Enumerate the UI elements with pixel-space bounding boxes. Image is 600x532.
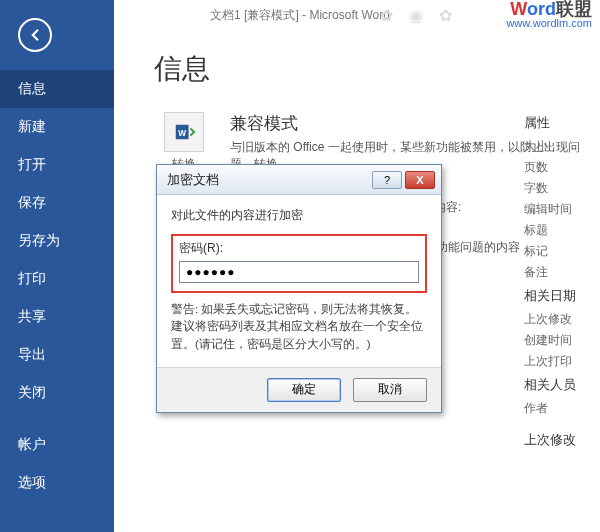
prop-printed: 上次打印 — [524, 353, 596, 370]
prop-size: 大小 — [524, 138, 596, 155]
prop-title: 标题 — [524, 222, 596, 239]
prop-modified: 上次修改 — [524, 311, 596, 328]
decor-icon: ✿ — [380, 6, 393, 25]
sidebar-item-close[interactable]: 关闭 — [0, 374, 114, 412]
watermark-brand: Word联盟 www.wordlm.com — [506, 2, 592, 30]
sidebar-item-share[interactable]: 共享 — [0, 298, 114, 336]
ok-button[interactable]: 确定 — [267, 378, 341, 402]
prop-author: 作者 — [524, 400, 596, 417]
prop-edit-time: 编辑时间 — [524, 201, 596, 218]
prop-created: 创建时间 — [524, 332, 596, 349]
sidebar-item-account[interactable]: 帐户 — [0, 426, 114, 464]
sidebar-item-options[interactable]: 选项 — [0, 464, 114, 502]
prop-words: 字数 — [524, 180, 596, 197]
sidebar-item-label: 导出 — [18, 346, 46, 362]
sidebar-item-label: 帐户 — [18, 436, 46, 452]
prop-pages: 页数 — [524, 159, 596, 176]
back-button[interactable] — [18, 18, 52, 52]
dialog-instruction: 对此文件的内容进行加密 — [171, 207, 427, 224]
dialog-close-button[interactable]: X — [405, 171, 435, 189]
page-title: 信息 — [154, 50, 590, 88]
prop-comments: 备注 — [524, 264, 596, 281]
prop-tags: 标记 — [524, 243, 596, 260]
arrow-left-icon — [26, 26, 44, 44]
brand-word: Word联盟 — [506, 2, 592, 16]
sidebar-item-new[interactable]: 新建 — [0, 108, 114, 146]
sidebar-item-saveas[interactable]: 另存为 — [0, 222, 114, 260]
password-highlight-box: 密码(R): — [171, 234, 427, 293]
sidebar-item-label: 打印 — [18, 270, 46, 286]
sidebar-item-save[interactable]: 保存 — [0, 184, 114, 222]
sidebar-separator — [0, 412, 114, 426]
props-group-title[interactable]: 属性 — [524, 114, 596, 132]
dialog-help-button[interactable]: ? — [372, 171, 402, 189]
sidebar-item-open[interactable]: 打开 — [0, 146, 114, 184]
password-label: 密码(R): — [179, 240, 419, 257]
dialog-actions: 确定 取消 — [157, 367, 441, 412]
dialog-titlebar[interactable]: 加密文档 ? X — [157, 165, 441, 195]
cancel-button[interactable]: 取消 — [353, 378, 427, 402]
backstage-sidebar: 信息 新建 打开 保存 另存为 打印 共享 导出 关闭 帐户 选项 — [0, 0, 114, 532]
sidebar-item-print[interactable]: 打印 — [0, 260, 114, 298]
dialog-body: 对此文件的内容进行加密 密码(R): 警告: 如果丢失或忘记密码，则无法将其恢复… — [157, 195, 441, 367]
dialog-warning: 警告: 如果丢失或忘记密码，则无法将其恢复。建议将密码列表及其相应文档名放在一个… — [171, 301, 427, 353]
password-input[interactable] — [179, 261, 419, 283]
decor-icon: ◉ — [409, 6, 423, 25]
decor-icon: ✿ — [439, 6, 452, 25]
props-group-lastmod: 上次修改 — [524, 431, 596, 449]
sidebar-item-label: 新建 — [18, 118, 46, 134]
sidebar-item-label: 关闭 — [18, 384, 46, 400]
svg-text:W: W — [178, 129, 186, 138]
word-doc-icon: W — [164, 112, 204, 152]
encrypt-document-dialog: 加密文档 ? X 对此文件的内容进行加密 密码(R): 警告: 如果丢失或忘记密… — [156, 164, 442, 413]
props-group-people: 相关人员 — [524, 376, 596, 394]
sidebar-item-label: 共享 — [18, 308, 46, 324]
sidebar-item-export[interactable]: 导出 — [0, 336, 114, 374]
sidebar-item-label: 选项 — [18, 474, 46, 490]
sidebar-item-label: 保存 — [18, 194, 46, 210]
sidebar-item-label: 打开 — [18, 156, 46, 172]
brand-url: www.wordlm.com — [506, 16, 592, 30]
sidebar-item-info[interactable]: 信息 — [0, 70, 114, 108]
props-group-dates: 相关日期 — [524, 287, 596, 305]
dialog-title: 加密文档 — [167, 171, 372, 189]
properties-panel: 属性 大小 页数 字数 编辑时间 标题 标记 备注 相关日期 上次修改 创建时间… — [524, 108, 596, 455]
sidebar-item-label: 信息 — [18, 80, 46, 96]
sidebar-item-label: 另存为 — [18, 232, 60, 248]
decorative-icons: ✿ ◉ ✿ — [380, 6, 452, 25]
